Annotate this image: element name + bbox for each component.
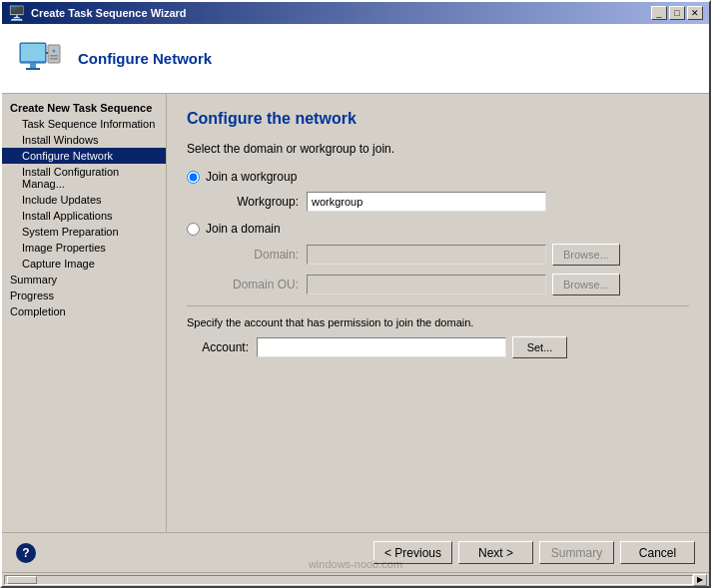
svg-rect-3 — [26, 68, 40, 70]
domain-ou-label: Domain OU: — [217, 278, 307, 292]
window-title: Create Task Sequence Wizard — [31, 7, 187, 19]
header-icon — [16, 35, 64, 83]
sidebar-item-capture-image[interactable]: Capture Image — [2, 256, 166, 272]
svg-rect-6 — [50, 55, 58, 57]
scrollbar-thumb[interactable] — [7, 576, 37, 584]
account-input[interactable] — [257, 337, 506, 357]
sidebar: Create New Task Sequence Task Sequence I… — [2, 94, 167, 532]
specify-account-text: Specify the account that has permission … — [187, 316, 689, 328]
sidebar-item-install-config-manager[interactable]: Install Configuration Manag... — [2, 164, 166, 192]
domain-row: Domain: Browse... — [187, 244, 689, 266]
domain-label: Domain: — [217, 248, 307, 262]
domain-input[interactable] — [307, 245, 546, 265]
scrollbar: ▶ — [4, 574, 707, 586]
title-bar: 🖥️ Create Task Sequence Wizard _ □ ✕ — [2, 2, 709, 24]
minimize-button[interactable]: _ — [651, 6, 667, 20]
svg-rect-1 — [21, 44, 45, 61]
sidebar-item-system-preparation[interactable]: System Preparation — [2, 224, 166, 240]
domain-browse-button[interactable]: Browse... — [552, 244, 620, 266]
sidebar-item-completion[interactable]: Completion — [2, 303, 166, 319]
footer: ? < Previous Next > Summary Cancel — [2, 532, 709, 572]
sidebar-item-include-updates[interactable]: Include Updates — [2, 192, 166, 208]
workgroup-label: Workgroup: — [217, 195, 307, 209]
main-content: Create New Task Sequence Task Sequence I… — [2, 94, 709, 532]
main-window: 🖥️ Create Task Sequence Wizard _ □ ✕ — [0, 0, 711, 588]
separator — [187, 305, 689, 306]
set-button[interactable]: Set... — [512, 336, 567, 358]
join-workgroup-label[interactable]: Join a workgroup — [206, 170, 297, 184]
svg-point-5 — [53, 49, 56, 52]
join-domain-label[interactable]: Join a domain — [206, 222, 281, 236]
join-domain-radio-row: Join a domain — [187, 222, 689, 236]
scrollbar-area: ▶ — [2, 572, 709, 586]
title-bar-left: 🖥️ Create Task Sequence Wizard — [8, 5, 187, 21]
title-bar-controls: _ □ ✕ — [651, 6, 703, 20]
close-button[interactable]: ✕ — [687, 6, 703, 20]
content-area: Configure the network Select the domain … — [167, 94, 709, 532]
svg-rect-2 — [30, 63, 36, 68]
help-icon[interactable]: ? — [16, 543, 36, 563]
previous-button[interactable]: < Previous — [373, 541, 452, 564]
sidebar-item-progress[interactable]: Progress — [2, 288, 166, 303]
next-button[interactable]: Next > — [458, 541, 533, 564]
sidebar-item-image-properties[interactable]: Image Properties — [2, 240, 166, 256]
domain-ou-input[interactable] — [307, 275, 546, 294]
domain-ou-browse-button[interactable]: Browse... — [552, 274, 620, 295]
join-workgroup-radio-row: Join a workgroup — [187, 170, 689, 184]
sidebar-item-summary[interactable]: Summary — [2, 272, 166, 288]
sidebar-item-task-sequence-info[interactable]: Task Sequence Information — [2, 116, 166, 132]
description-text: Select the domain or workgroup to join. — [187, 142, 689, 156]
svg-rect-4 — [48, 45, 60, 63]
join-workgroup-radio[interactable] — [187, 171, 200, 184]
footer-right: < Previous Next > Summary Cancel — [373, 541, 695, 564]
cancel-button[interactable]: Cancel — [620, 541, 695, 564]
workgroup-input[interactable] — [307, 192, 546, 212]
page-title: Configure the network — [187, 110, 689, 128]
header-bar: Configure Network — [2, 24, 709, 94]
join-domain-radio[interactable] — [187, 223, 200, 236]
account-row: Account: Set... — [187, 336, 689, 358]
account-label: Account: — [187, 340, 257, 354]
join-workgroup-section: Join a workgroup Workgroup: — [187, 170, 689, 212]
sidebar-item-configure-network[interactable]: Configure Network — [2, 148, 166, 164]
svg-rect-7 — [50, 58, 58, 60]
header-title: Configure Network — [78, 50, 212, 67]
computer-network-icon — [16, 35, 64, 83]
footer-left: ? — [16, 543, 36, 563]
sidebar-item-install-applications[interactable]: Install Applications — [2, 208, 166, 224]
sidebar-section-header: Create New Task Sequence — [2, 100, 166, 116]
window-icon: 🖥️ — [8, 5, 25, 21]
sidebar-item-install-windows[interactable]: Install Windows — [2, 132, 166, 148]
maximize-button[interactable]: □ — [669, 6, 685, 20]
workgroup-row: Workgroup: — [187, 192, 689, 212]
scrollbar-track[interactable] — [4, 575, 693, 585]
domain-ou-row: Domain OU: Browse... — [187, 274, 689, 295]
scrollbar-right-arrow[interactable]: ▶ — [693, 574, 707, 586]
join-domain-section: Join a domain Domain: Browse... Domain O… — [187, 222, 689, 295]
summary-button[interactable]: Summary — [539, 541, 614, 564]
